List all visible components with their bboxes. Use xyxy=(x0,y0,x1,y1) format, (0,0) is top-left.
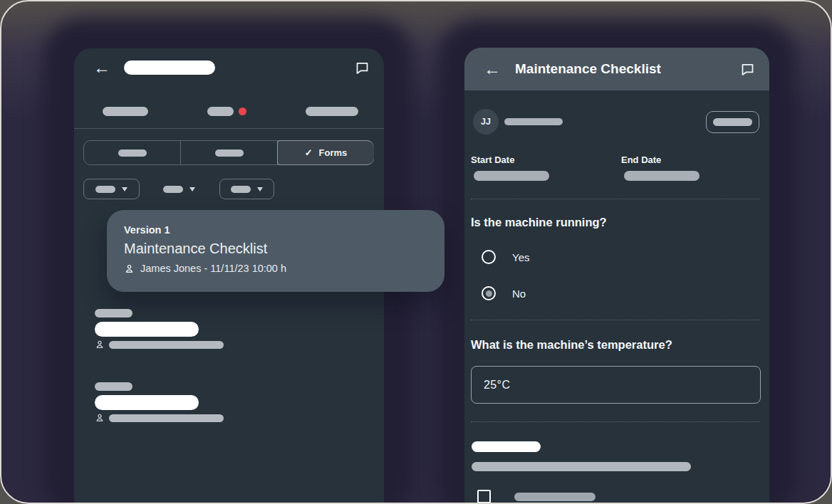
version-placeholder xyxy=(95,309,132,317)
checkbox-unchecked-icon[interactable] xyxy=(477,490,491,503)
question-running: Is the machine running? xyxy=(471,216,607,229)
divider xyxy=(471,421,760,422)
caret-down-icon xyxy=(189,187,195,191)
card-title: Maintenance Checklist xyxy=(124,241,444,257)
version-placeholder xyxy=(95,382,132,391)
title-placeholder xyxy=(124,61,215,75)
person-icon xyxy=(95,413,105,423)
person-icon xyxy=(95,340,105,350)
tab-placeholder-2[interactable] xyxy=(207,107,234,116)
filter-row xyxy=(83,179,274,199)
tab-placeholder-3[interactable] xyxy=(306,107,358,116)
checkbox-row[interactable] xyxy=(477,490,596,503)
radio-unselected-icon[interactable] xyxy=(482,250,496,264)
checklist-card-highlighted[interactable]: Version 1 Maintenance Checklist James Jo… xyxy=(107,210,444,292)
segmented-control: ✓ Forms xyxy=(83,140,374,165)
date-section: Start Date End Date xyxy=(471,154,771,181)
tab-placeholder-1[interactable] xyxy=(103,107,148,116)
checklist-list-item[interactable] xyxy=(95,382,224,423)
filter-placeholder xyxy=(231,186,251,193)
person-icon xyxy=(124,263,135,274)
checklist-list-item[interactable] xyxy=(95,309,224,350)
page-title: Maintenance Checklist xyxy=(515,61,661,77)
avatar: JJ xyxy=(473,109,499,135)
caret-down-icon xyxy=(122,187,128,191)
right-phone-screen: ← Maintenance Checklist JJ Start Date En… xyxy=(464,48,769,504)
author-placeholder xyxy=(109,414,224,422)
title-placeholder xyxy=(95,395,199,410)
forms-tab-label: Forms xyxy=(319,147,348,158)
radio-label: No xyxy=(512,288,526,300)
filter-placeholder xyxy=(163,186,183,193)
card-author: James Jones - 11/11/23 10:00 h xyxy=(140,263,286,274)
left-header: ← xyxy=(74,48,384,87)
description-placeholder xyxy=(472,462,691,471)
check-icon: ✓ xyxy=(305,147,313,158)
caret-down-icon xyxy=(257,187,263,191)
app-canvas: ← ✓ Forms xyxy=(0,0,832,504)
left-phone-screen: ← ✓ Forms xyxy=(74,48,384,504)
temperature-input[interactable]: 25°C xyxy=(471,366,761,404)
divider xyxy=(471,320,760,320)
title-placeholder xyxy=(95,322,199,337)
radio-option-yes[interactable]: Yes xyxy=(482,250,529,264)
segment-placeholder xyxy=(118,149,147,157)
end-date-label: End Date xyxy=(621,154,771,165)
author-placeholder xyxy=(109,341,224,349)
filter-dropdown-2[interactable] xyxy=(157,179,201,199)
divider xyxy=(74,128,384,129)
question-temperature: What is the machine’s temperature? xyxy=(471,338,672,352)
start-date-label: Start Date xyxy=(471,154,621,165)
segment-2[interactable] xyxy=(181,141,278,164)
chat-bubble-icon[interactable] xyxy=(355,61,370,75)
button-label-placeholder xyxy=(713,118,752,126)
start-date-value-placeholder[interactable] xyxy=(474,171,549,181)
segment-placeholder xyxy=(215,149,244,157)
segment-1[interactable] xyxy=(84,141,181,164)
checklist-header: ← Maintenance Checklist xyxy=(464,48,769,90)
name-placeholder xyxy=(504,118,563,125)
checkbox-label-placeholder xyxy=(514,493,596,501)
action-button[interactable] xyxy=(706,111,759,133)
radio-label: Yes xyxy=(512,251,529,263)
filter-dropdown-1[interactable] xyxy=(83,179,140,199)
filter-dropdown-3[interactable] xyxy=(219,179,274,199)
profile-row: JJ xyxy=(464,109,769,135)
notification-dot xyxy=(239,107,246,115)
segment-forms[interactable]: ✓ Forms xyxy=(277,140,374,165)
back-arrow-icon[interactable]: ← xyxy=(93,59,110,76)
filter-placeholder xyxy=(95,186,115,193)
tab-bar xyxy=(74,107,384,116)
chat-bubble-icon[interactable] xyxy=(740,62,755,77)
end-date-value-placeholder[interactable] xyxy=(624,171,700,181)
back-arrow-icon[interactable]: ← xyxy=(484,61,501,78)
divider xyxy=(471,199,760,199)
question-placeholder xyxy=(472,441,541,452)
card-version: Version 1 xyxy=(124,224,444,236)
radio-selected-icon[interactable] xyxy=(482,286,496,300)
radio-option-no[interactable]: No xyxy=(482,286,526,300)
